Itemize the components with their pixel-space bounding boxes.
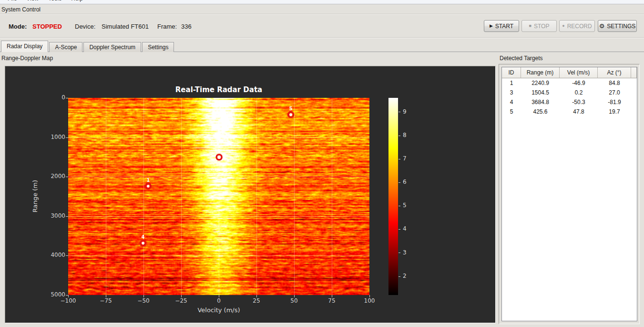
tab-a-scope[interactable]: A-Scope [49, 42, 82, 52]
y-tick-label: 3000 [34, 212, 65, 219]
range-doppler-heatmap-canvas [68, 98, 369, 295]
play-icon: ▶ [490, 24, 493, 28]
separator [0, 37, 644, 38]
column-header-vel-m-s[interactable]: Vel (m/s) [560, 67, 598, 78]
colorbar-tick-mark [399, 159, 400, 159]
column-header-range-m[interactable]: Range (m) [521, 67, 560, 78]
column-header-az[interactable]: Az (°) [598, 67, 631, 78]
detected-targets-group: IDRange (m)Vel (m/s)Az (°) 12240.9-46.98… [499, 64, 640, 324]
colorbar-tick-mark [399, 112, 400, 112]
range-doppler-plot-panel: Real-Time Radar Data Velocity (m/s) Rang… [5, 66, 496, 323]
detected-targets-group-title: Detected Targets [500, 55, 543, 62]
colorbar-tick-mark [399, 206, 400, 206]
record-button: ●RECORD [559, 20, 595, 32]
menu-bar: FileViewToolsHelp [0, 0, 644, 4]
menu-item-tools[interactable]: Tools [43, 0, 66, 4]
record-icon: ● [562, 24, 564, 28]
device-label: Device: [75, 23, 95, 30]
y-tick-mark [66, 295, 68, 295]
target-row[interactable]: 43684.8-50.3-81.9 [502, 97, 637, 107]
y-tick-mark [66, 98, 68, 98]
device-value: Simulated FT601 [102, 23, 149, 30]
tab-bar: Radar DisplayA-ScopeDoppler SpectrumSett… [1, 41, 175, 52]
menu-item-view[interactable]: View [21, 0, 43, 4]
y-tick-label: 4000 [34, 252, 65, 258]
colorbar-tick-label: 5 [403, 202, 407, 209]
cell-id: 1 [502, 78, 521, 88]
y-tick-label: 1000 [34, 134, 65, 140]
range-doppler-map-group-title: Range-Doppler Map [1, 55, 53, 62]
settings-button-label: SETTINGS [607, 23, 635, 30]
y-tick-mark [66, 255, 68, 256]
cell-id: 3 [502, 88, 521, 97]
cell-az: 84.8 [598, 78, 631, 88]
plot-title: Real-Time Radar Data [68, 85, 369, 94]
stop-button-label: STOP [534, 23, 549, 30]
colorbar [388, 98, 398, 295]
cell-vel-m-s: -46.9 [560, 78, 598, 88]
y-tick-label: 0 [34, 94, 65, 101]
x-tick-label: 75 [320, 297, 344, 304]
start-button[interactable]: ▶START [484, 20, 519, 32]
target-row[interactable]: 12240.9-46.984.8 [502, 78, 637, 88]
x-tick-label: −100 [56, 297, 80, 304]
y-tick-label: 2000 [34, 173, 65, 179]
stop-icon: ■ [529, 24, 532, 28]
column-header-id[interactable]: ID [502, 67, 521, 78]
frame-counter: 336 [181, 23, 192, 30]
separator [0, 14, 644, 15]
cell-vel-m-s: -50.3 [560, 97, 598, 107]
radar-app-window: { "menu": { "items": ["File", "View", "T… [0, 0, 644, 327]
colorbar-tick-label: 8 [403, 132, 407, 138]
cell-range-m: 3684.8 [521, 97, 560, 107]
colorbar-tick-label: 4 [403, 225, 407, 232]
frame-label: Frame: [157, 23, 177, 30]
record-button-label: RECORD [567, 23, 592, 30]
mode-label: Mode: [9, 23, 27, 30]
settings-button[interactable]: ⚙SETTINGS [598, 20, 637, 32]
menu-item-help[interactable]: Help [66, 0, 88, 4]
colorbar-tick-label: 6 [403, 179, 407, 185]
colorbar-tick-mark [399, 276, 400, 277]
target-row[interactable]: 5425.647.819.7 [502, 107, 637, 116]
colorbar-tick-label: 2 [403, 273, 407, 279]
cell-vel-m-s: 0.2 [560, 88, 598, 97]
colorbar-tick-label: 7 [403, 155, 407, 162]
x-tick-label: 100 [358, 297, 381, 304]
cell-range-m: 2240.9 [521, 78, 560, 88]
cell-id: 5 [502, 107, 521, 116]
tab-doppler-spectrum[interactable]: Doppler Spectrum [83, 42, 141, 52]
menu-item-file[interactable]: File [3, 0, 21, 4]
x-tick-label: −25 [169, 297, 193, 304]
gear-icon: ⚙ [599, 23, 605, 29]
cell-az: 19.7 [598, 107, 631, 116]
x-tick-label: −75 [94, 297, 118, 304]
y-axis-label: Range (m) [31, 180, 39, 212]
x-tick-label: −50 [132, 297, 155, 304]
colorbar-tick-mark [399, 182, 400, 183]
system-control-group-title: System Control [1, 6, 41, 13]
mode-value: STOPPED [32, 23, 62, 30]
column-header-filler [631, 67, 637, 78]
cell-az: 27.0 [598, 88, 631, 97]
tab-radar-display[interactable]: Radar Display [1, 41, 48, 52]
detected-targets-table[interactable]: IDRange (m)Vel (m/s)Az (°) 12240.9-46.98… [501, 67, 637, 321]
stop-button: ■STOP [521, 20, 557, 32]
colorbar-tick-mark [399, 136, 400, 136]
cell-id: 4 [502, 97, 521, 107]
y-tick-mark [66, 137, 68, 138]
x-tick-label: 50 [282, 297, 306, 304]
colorbar-tick-label: 9 [403, 108, 407, 115]
cell-vel-m-s: 47.8 [560, 107, 598, 116]
colorbar-tick-label: 3 [403, 249, 407, 256]
target-row[interactable]: 31504.50.227.0 [502, 88, 637, 97]
colorbar-tick-mark [399, 229, 400, 230]
y-tick-mark [66, 216, 68, 217]
tab-settings[interactable]: Settings [142, 42, 174, 52]
x-axis-label: Velocity (m/s) [68, 306, 369, 314]
cell-az: -81.9 [598, 97, 631, 107]
y-tick-mark [66, 177, 68, 177]
start-button-label: START [495, 23, 513, 30]
cell-range-m: 1504.5 [521, 88, 560, 97]
x-tick-label: 25 [245, 297, 268, 304]
